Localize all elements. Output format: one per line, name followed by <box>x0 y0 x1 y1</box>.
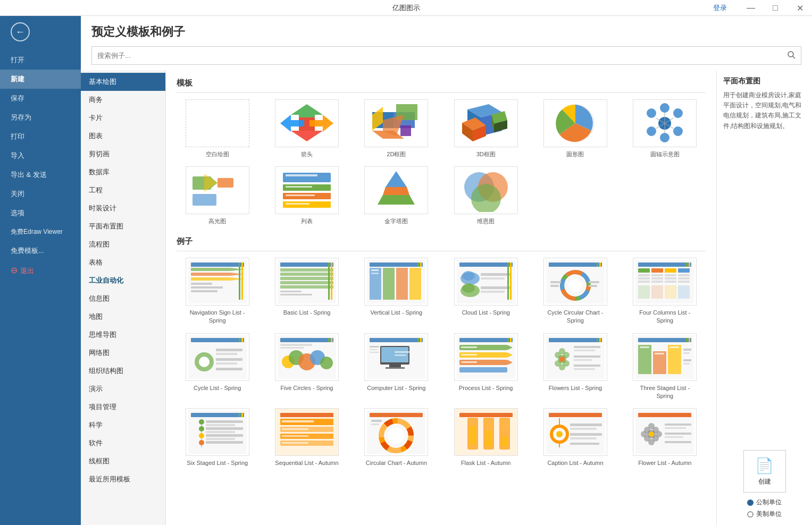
category-item-fashion[interactable]: 时装设计 <box>81 199 165 217</box>
svg-rect-208 <box>653 351 666 374</box>
example-four-columns[interactable]: Four Columns List - Spring <box>624 258 706 325</box>
example-caption-list[interactable]: Caption List - Autumn <box>534 408 616 467</box>
category-item-industrial[interactable]: 工业自动化 <box>81 272 165 290</box>
category-item-engineering[interactable]: 工程 <box>81 181 165 199</box>
sidebar-item-exit[interactable]: ⊖退出 <box>0 260 81 281</box>
category-item-recent[interactable]: 最近所用模板 <box>81 470 165 488</box>
example-sequential[interactable]: Sequential List - Autumn <box>266 408 347 467</box>
category-item-presentation[interactable]: 演示 <box>81 380 165 398</box>
sidebar-item-import[interactable]: 导入 <box>0 146 81 165</box>
basic-list-svg <box>278 260 336 303</box>
sequential-svg <box>278 410 336 454</box>
svg-rect-288 <box>665 427 686 429</box>
template-highlight[interactable]: 高光图 <box>177 166 258 225</box>
svg-rect-209 <box>668 345 681 374</box>
category-item-card[interactable]: 卡片 <box>81 109 165 127</box>
svg-rect-88 <box>417 262 419 267</box>
template-arrow[interactable]: 箭头 <box>266 99 347 158</box>
sidebar-item-free-templates[interactable]: 免费模板... <box>0 241 81 260</box>
category-item-table[interactable]: 表格 <box>81 253 165 272</box>
category-item-wireframe[interactable]: 线框图 <box>81 452 165 470</box>
svg-rect-118 <box>665 268 676 273</box>
unit-imperial[interactable]: 美制单位 <box>747 510 782 519</box>
category-item-map[interactable]: 地图 <box>81 308 165 326</box>
example-label-cycle-chart: Cycle Circular Chart - Spring <box>543 309 607 325</box>
category-item-chart[interactable]: 图表 <box>81 127 165 145</box>
template-3d[interactable]: 3D框图 <box>445 99 526 158</box>
sidebar-item-options[interactable]: 选项 <box>0 204 81 223</box>
example-circular-chart[interactable]: Circular Chart - Autumn <box>356 408 437 467</box>
category-item-network[interactable]: 网络图 <box>81 344 165 362</box>
example-cycle-list[interactable]: Cycle List - Spring <box>177 333 258 401</box>
template-pyramid[interactable]: 金字塔图 <box>356 166 437 225</box>
template-2d[interactable]: 2D框图 <box>356 99 437 158</box>
example-thumb-caption-list <box>543 408 607 456</box>
unit-metric[interactable]: 公制单位 <box>747 498 782 507</box>
svg-rect-182 <box>461 346 477 348</box>
maximize-button[interactable]: □ <box>763 0 788 16</box>
example-label-basic-list: Basic List - Spring <box>283 309 331 317</box>
example-thumb-vertical-list <box>364 258 428 306</box>
example-vertical-list[interactable]: Vertical List - Spring <box>356 258 437 325</box>
category-item-flowchart[interactable]: 流程图 <box>81 235 165 253</box>
minimize-button[interactable]: — <box>739 0 763 16</box>
sidebar: ← 打开 新建 保存 另存为 打印 导入 导出 & 发送 关闭 选项 免费Edr… <box>0 16 81 525</box>
category-item-org[interactable]: 组织结构图 <box>81 362 165 380</box>
svg-rect-244 <box>282 442 308 444</box>
category-item-project[interactable]: 项目管理 <box>81 398 165 416</box>
example-five-circles[interactable]: Five Circles - Spring <box>266 333 347 401</box>
category-item-database[interactable]: 数据库 <box>81 163 165 181</box>
svg-rect-127 <box>665 277 676 280</box>
category-item-business[interactable]: 商务 <box>81 91 165 109</box>
category-item-mindmap[interactable]: 思维导图 <box>81 326 165 344</box>
template-blank[interactable]: 空白绘图 <box>177 99 258 158</box>
sidebar-item-saveas[interactable]: 另存为 <box>0 108 81 127</box>
example-three-staged[interactable]: Three Staged List - Spring <box>624 333 706 401</box>
create-label: 创建 <box>758 477 771 486</box>
category-item-software[interactable]: 软件 <box>81 434 165 452</box>
example-nav-sign[interactable]: Navigation Sign List - Spring <box>177 258 258 325</box>
example-thumb-flower-list <box>633 408 697 456</box>
titlebar: 亿图图示 — □ ✕ 登录 <box>0 0 812 16</box>
example-cycle-chart[interactable]: Cycle Circular Chart - Spring <box>534 258 616 325</box>
example-flask-list[interactable]: Flask List - Autumn <box>445 408 526 467</box>
template-list[interactable]: 列表 <box>266 166 347 225</box>
category-item-floorplan[interactable]: 平面布置图 <box>81 217 165 235</box>
sidebar-item-save[interactable]: 保存 <box>0 89 81 108</box>
example-cloud-list[interactable]: Cloud List - Spring <box>445 258 526 325</box>
example-six-staged[interactable]: Six Staged List - Spring <box>177 408 258 467</box>
svg-rect-94 <box>481 273 510 276</box>
example-process-list[interactable]: Process List - Spring <box>445 333 526 401</box>
example-label-cloud-list: Cloud List - Spring <box>462 309 510 317</box>
svg-rect-109 <box>550 285 559 287</box>
sidebar-item-export[interactable]: 导出 & 发送 <box>0 165 81 184</box>
example-flowers-list[interactable]: Flowers List - Spring <box>534 333 616 401</box>
svg-rect-161 <box>370 338 423 342</box>
example-flower-list[interactable]: Flower List - Autumn <box>624 408 706 467</box>
example-computer-list[interactable]: Computer List - Spring <box>356 333 437 401</box>
svg-rect-263 <box>502 437 507 446</box>
template-radial[interactable]: 圆辐示意图 <box>624 99 706 158</box>
category-item-infographic[interactable]: 信息图 <box>81 290 165 308</box>
sidebar-item-close[interactable]: 关闭 <box>0 184 81 204</box>
category-item-clipart[interactable]: 剪切画 <box>81 145 165 163</box>
create-button[interactable]: 📄 创建 <box>743 450 786 493</box>
category-item-basic[interactable]: 基本绘图 <box>81 73 165 91</box>
svg-rect-124 <box>651 277 663 280</box>
login-button[interactable]: 登录 <box>713 3 727 13</box>
example-basic-list[interactable]: Basic List - Spring <box>266 258 347 325</box>
svg-rect-227 <box>206 424 235 426</box>
category-item-science[interactable]: 科学 <box>81 416 165 434</box>
template-circle[interactable]: 圆形图 <box>534 99 616 158</box>
sidebar-item-print[interactable]: 打印 <box>0 127 81 146</box>
sidebar-item-new[interactable]: 新建 <box>0 70 81 89</box>
sidebar-item-open[interactable]: 打开 <box>0 50 81 70</box>
close-button[interactable]: ✕ <box>788 0 812 16</box>
search-button[interactable] <box>782 47 801 64</box>
search-input[interactable] <box>92 48 782 63</box>
back-button[interactable]: ← <box>0 16 81 48</box>
sidebar-item-edraw-viewer[interactable]: 免费Edraw Viewer <box>0 223 81 241</box>
svg-rect-157 <box>280 347 304 349</box>
template-venn[interactable]: 维恩图 <box>445 166 526 225</box>
svg-rect-86 <box>371 269 379 271</box>
